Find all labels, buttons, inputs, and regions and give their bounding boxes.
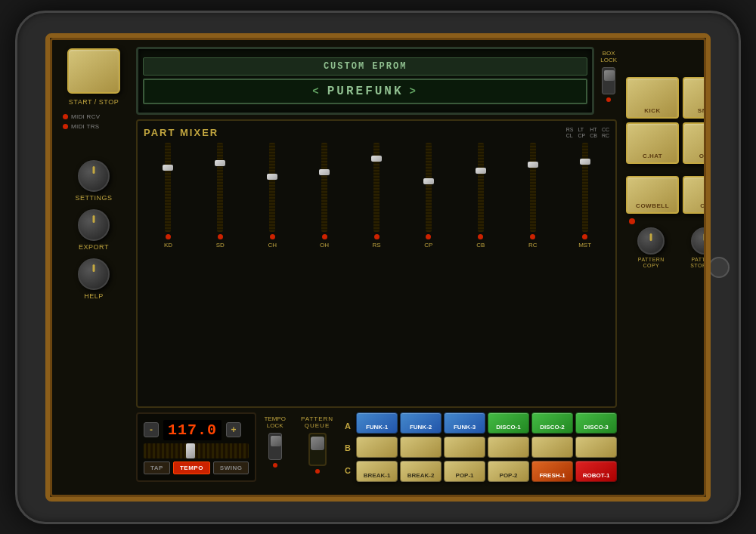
fader-cp[interactable] — [426, 143, 432, 232]
pattern-btn-funk2[interactable]: FUNK-2 — [400, 412, 442, 434]
mixer-channel-rc: RC — [508, 143, 557, 248]
rc-label: RC — [528, 242, 538, 248]
mixer-channel-mst: MST — [560, 143, 609, 248]
tempo-button[interactable]: TEMPO — [173, 461, 210, 474]
mst-label: MST — [578, 242, 591, 248]
pattern-btn-b6[interactable] — [575, 437, 617, 458]
pattern-copy-label: PATTERNCOPY — [638, 257, 665, 270]
home-button[interactable] — [708, 257, 730, 278]
pattern-btn-funk1[interactable]: FUNK-1 — [356, 412, 398, 434]
drum-pad-kick[interactable]: KICK — [626, 77, 679, 119]
start-stop-label: START / STOP — [69, 98, 119, 106]
fader-rs[interactable] — [373, 143, 380, 232]
row-b-label: B — [342, 443, 353, 452]
fader-rc[interactable] — [530, 143, 536, 232]
tempo-plus-button[interactable]: + — [226, 422, 241, 437]
oh-label: OH — [320, 242, 329, 248]
mixer-channel-kd: KD — [144, 143, 193, 248]
pattern-btn-b4[interactable] — [488, 437, 529, 458]
tempo-lock-indicator — [273, 463, 277, 468]
pattern-btn-b2[interactable] — [400, 437, 442, 458]
eprom-arrow-left[interactable]: < — [312, 85, 321, 97]
row-c-label: C — [342, 466, 353, 475]
pattern-btn-b5[interactable] — [531, 437, 573, 458]
settings-knob[interactable] — [78, 160, 110, 192]
cp-indicator — [426, 234, 431, 239]
queue-label: PATTERNQUEUE — [301, 415, 333, 430]
drum-pad-clap[interactable]: CLAP — [683, 176, 711, 214]
pattern-storage-knob[interactable] — [691, 227, 711, 255]
midi-rcv-label: MIDI RCV — [71, 113, 100, 120]
pattern-btn-pop1[interactable]: POP-1 — [444, 461, 485, 482]
fader-cb[interactable] — [478, 143, 484, 232]
funkbox-title: FunkBox — [626, 48, 711, 73]
left-column: START / STOP MIDI RCV MIDI TRS — [56, 44, 132, 491]
box-lock-switch[interactable] — [602, 67, 615, 94]
pattern-btn-disco1[interactable]: DISCO-1 — [488, 412, 529, 434]
tempo-slider[interactable] — [144, 443, 249, 458]
tempo-display-value: 117.0 — [163, 420, 222, 440]
pattern-btn-break1[interactable]: BREAK-1 — [356, 461, 398, 482]
help-label: HELP — [84, 292, 104, 300]
fader-oh[interactable] — [321, 143, 327, 232]
snare-label: SNARE — [687, 107, 711, 114]
kick-label: KICK — [631, 107, 674, 114]
start-stop-button[interactable] — [67, 48, 120, 94]
pattern-queue: PATTERNQUEUE — [295, 412, 339, 477]
drum-pad-cowbell[interactable]: COWBELL — [626, 176, 679, 214]
fader-kd[interactable] — [165, 143, 171, 232]
eprom-arrow-right[interactable]: > — [410, 85, 418, 97]
pattern-btn-disco3[interactable]: DISCO-3 — [575, 412, 617, 434]
cowbell-label: COWBELL — [631, 202, 674, 209]
mixer-channel-sd: SD — [196, 143, 245, 248]
device-screen: START / STOP MIDI RCV MIDI TRS — [45, 33, 711, 502]
tap-button[interactable]: TAP — [144, 461, 170, 474]
center-column: CUSTOM EPROM < PUREFUNK > BOXLOCK — [132, 44, 621, 491]
kd-indicator — [166, 234, 171, 239]
box-lock-section: BOXLOCK — [600, 47, 617, 102]
cp-label: CP — [424, 242, 432, 248]
lock-indicator — [606, 97, 611, 102]
drum-pad-chat[interactable]: C.HAT — [626, 122, 679, 164]
export-knob[interactable] — [78, 209, 110, 241]
midi-rcv-dot — [63, 114, 68, 119]
drum-pad-ohat[interactable]: O.HAT — [683, 122, 711, 164]
fader-sd[interactable] — [217, 143, 223, 232]
midi-trs-label: MIDI TRS — [71, 123, 99, 130]
pattern-btn-robot1[interactable]: ROBOT-1 — [575, 461, 617, 482]
swing-button[interactable]: SWING — [213, 461, 249, 474]
rc-indicator — [530, 234, 535, 239]
pattern-btn-funk3[interactable]: FUNK-3 — [444, 412, 485, 434]
cb-indicator — [478, 234, 483, 239]
tempo-minus-button[interactable]: - — [144, 422, 159, 437]
queue-switch[interactable] — [308, 433, 327, 466]
ipad-frame: START / STOP MIDI RCV MIDI TRS — [15, 11, 741, 524]
sd-label: SD — [216, 242, 225, 248]
pattern-copy-knob[interactable] — [637, 227, 665, 255]
pattern-btn-pop2[interactable]: POP-2 — [488, 461, 529, 482]
pattern-indicator — [629, 218, 635, 224]
pattern-btn-break2[interactable]: BREAK-2 — [400, 461, 442, 482]
pattern-btn-b3[interactable] — [444, 437, 485, 458]
queue-indicator — [315, 469, 320, 474]
help-knob[interactable] — [78, 258, 110, 290]
drum-pad-snare[interactable]: SNARE — [683, 77, 711, 119]
fader-ch[interactable] — [269, 143, 275, 232]
pattern-btn-b1[interactable] — [356, 437, 398, 458]
rs-label: RS — [372, 242, 380, 248]
pattern-btn-disco2[interactable]: DISCO-2 — [531, 412, 573, 434]
pattern-storage-group: PATTERNSTORAGE — [680, 227, 711, 270]
part-mixer: PART MIXER RSCL LTCP HTCB — [136, 119, 617, 408]
fader-mst[interactable] — [582, 143, 588, 232]
eprom-display: CUSTOM EPROM < PUREFUNK > — [136, 47, 594, 115]
tempo-lock-switch[interactable] — [268, 433, 282, 460]
queue-switch-thumb — [311, 437, 324, 450]
kd-label: KD — [164, 242, 172, 248]
cb-label: CB — [476, 242, 485, 248]
mst-indicator — [582, 234, 587, 239]
pattern-btn-fresh1[interactable]: FRESH-1 — [531, 461, 573, 482]
ch-label: CH — [268, 242, 277, 248]
mixer-channel-ch: CH — [248, 143, 297, 248]
tempo-lock-thumb — [271, 436, 281, 446]
midi-indicators: MIDI RCV MIDI TRS — [63, 113, 100, 130]
